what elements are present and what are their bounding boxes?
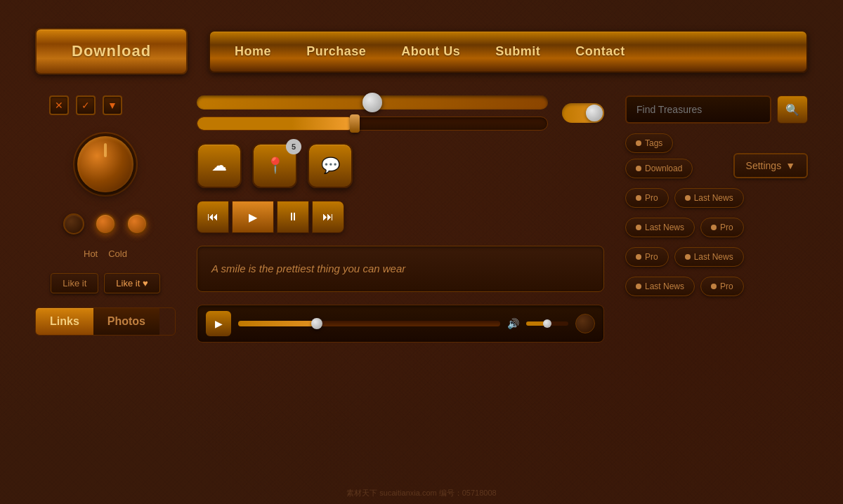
label-hot: Hot [84, 248, 98, 259]
volume-track[interactable] [526, 321, 568, 326]
download-button[interactable]: Download [35, 28, 188, 74]
toggle-area [562, 103, 604, 123]
player-play[interactable]: ▶ [232, 201, 274, 233]
search-input[interactable] [625, 95, 771, 124]
left-panel: ✕ ✓ ▼ Hot Cold Like it Like it ♥ [35, 95, 176, 343]
search-area: 🔍 [625, 95, 808, 124]
cloud-icon: ☁ [211, 157, 227, 175]
nav-item-submit[interactable]: Submit [478, 32, 558, 72]
icon-btn-2[interactable]: 📍 5 [252, 143, 297, 188]
settings-label: Settings [746, 160, 782, 171]
progress-fill [238, 321, 317, 326]
tags-settings-row: Tags Download Settings ▼ [625, 133, 808, 178]
location-icon: 📍 [266, 157, 285, 175]
progress-track[interactable] [238, 321, 500, 326]
slider-2-thumb[interactable] [350, 114, 360, 133]
icon-btn-3[interactable]: 💬 [308, 143, 353, 188]
toggle-knob [586, 105, 603, 121]
progress-thumb[interactable] [311, 318, 322, 329]
tag-label: Download [645, 164, 682, 173]
like-button-heart[interactable]: Like it ♥ [104, 273, 159, 293]
tag-pro-4[interactable]: Pro [700, 277, 744, 296]
tab-photos[interactable]: Photos [93, 308, 159, 335]
volume-icon: 🔊 [507, 318, 519, 329]
label-cold: Cold [108, 248, 127, 259]
tag-pro-2[interactable]: Pro [700, 218, 744, 237]
rotary-knob[interactable] [77, 136, 133, 192]
radio-extra[interactable] [126, 213, 148, 234]
tag-row-5: Last News Pro [625, 277, 808, 296]
tag-download[interactable]: Download [625, 159, 693, 178]
checkbox-down[interactable]: ▼ [103, 95, 122, 115]
radio-labels: Hot Cold [35, 248, 176, 259]
player-prev[interactable]: ⏮ [197, 201, 229, 233]
tag-lastnews-1[interactable]: Last News [674, 188, 744, 208]
radio-cold[interactable] [95, 213, 116, 234]
play-small-button[interactable]: ▶ [206, 311, 231, 336]
tag-row-3: Last News Pro [625, 218, 808, 237]
tab-links[interactable]: Links [36, 308, 93, 335]
settings-button[interactable]: Settings ▼ [733, 153, 808, 178]
nav-item-about[interactable]: About Us [384, 32, 478, 72]
top-tag-row: Tags Download [625, 133, 733, 178]
like-button-plain[interactable]: Like it [51, 273, 98, 293]
chevron-down-icon: ▼ [785, 160, 795, 171]
right-panel: 🔍 Tags Download Settings ▼ [625, 95, 808, 343]
quote-box: A smile is the prettiest thing you can w… [197, 246, 604, 292]
radio-hot[interactable] [63, 213, 84, 234]
tabs-row: Links Photos [35, 307, 176, 336]
nav-item-home[interactable]: Home [217, 32, 289, 72]
checkbox-x[interactable]: ✕ [49, 95, 69, 115]
player-pause[interactable]: ⏸ [277, 201, 309, 233]
center-panel: ☁ 📍 5 💬 ⏮ ▶ ⏸ ⏭ A smile is the prettiest… [197, 95, 604, 343]
progress-bar-area: ▶ 🔊 [197, 305, 604, 343]
chat-icon: 💬 [321, 157, 340, 175]
tag-label: Tags [645, 138, 662, 148]
tag-tags[interactable]: Tags [625, 133, 673, 153]
icon-button-row: ☁ 📍 5 💬 [197, 143, 604, 188]
tag-lastnews-4[interactable]: Last News [625, 277, 695, 296]
circular-button[interactable] [575, 314, 595, 333]
nav-item-contact[interactable]: Contact [558, 32, 643, 72]
player-controls: ⏮ ▶ ⏸ ⏭ [197, 201, 604, 233]
watermark: 素材天下 sucaitianxia.com 编号：05718008 [346, 488, 496, 498]
tag-dot [636, 140, 641, 146]
checkbox-check[interactable]: ✓ [76, 95, 96, 115]
player-next[interactable]: ⏭ [312, 201, 344, 233]
tag-pro-1[interactable]: Pro [625, 188, 669, 208]
tag-dot [636, 166, 641, 171]
tag-row-4: Pro Last News [625, 247, 808, 267]
slider-1[interactable] [197, 95, 548, 110]
navigation-bar: Home Purchase About Us Submit Contact [209, 30, 808, 73]
tag-lastnews-2[interactable]: Last News [625, 218, 695, 237]
volume-thumb[interactable] [543, 319, 551, 328]
search-button[interactable]: 🔍 [777, 95, 808, 124]
like-row: Like it Like it ♥ [35, 273, 176, 293]
nav-item-purchase[interactable]: Purchase [289, 32, 384, 72]
radio-row [35, 213, 176, 234]
slider-2[interactable] [197, 117, 548, 131]
tag-lastnews-3[interactable]: Last News [674, 247, 744, 267]
slider-1-thumb[interactable] [362, 93, 382, 112]
badge-count: 5 [286, 139, 301, 154]
tag-row-2: Pro Last News [625, 188, 808, 208]
tag-pro-3[interactable]: Pro [625, 247, 669, 267]
toggle-switch[interactable] [562, 103, 604, 123]
checkbox-row: ✕ ✓ ▼ [49, 95, 176, 115]
icon-btn-1[interactable]: ☁ [197, 143, 242, 188]
